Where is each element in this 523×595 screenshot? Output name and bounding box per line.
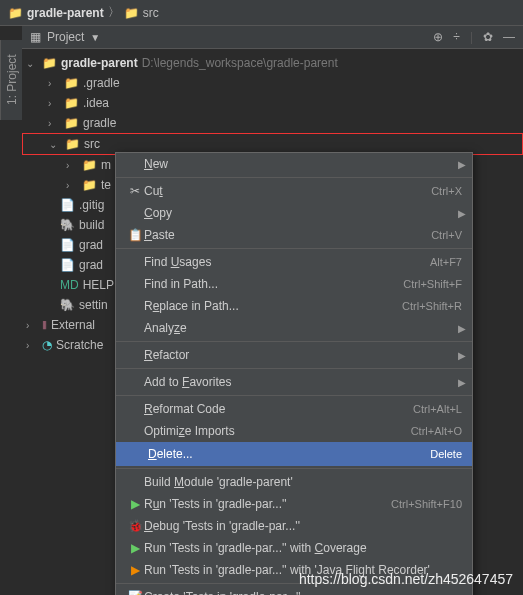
folder-icon: 📁 (82, 178, 97, 192)
file-icon: 🐘 (60, 298, 75, 312)
target-icon[interactable]: ⊕ (433, 30, 443, 44)
menu-analyze[interactable]: Analyze▶ (116, 317, 472, 339)
chevron-down-icon[interactable]: ⌄ (26, 58, 38, 69)
menu-find-in-path[interactable]: Find in Path...Ctrl+Shift+F (116, 273, 472, 295)
file-icon: 📄 (60, 238, 75, 252)
folder-icon: 📁 (124, 6, 139, 20)
chevron-right-icon: ▶ (458, 377, 466, 388)
file-icon: 📄 (60, 198, 75, 212)
chevron-right-icon: ▶ (458, 208, 466, 219)
tree-label: settin (79, 298, 108, 312)
menu-copy[interactable]: Copy▶ (116, 202, 472, 224)
chevron-down-icon[interactable]: ▼ (90, 32, 100, 43)
tree-label: gradle-parent (61, 56, 138, 70)
breadcrumb: 📁 gradle-parent 〉 📁 src (0, 0, 523, 26)
divider: | (470, 30, 473, 44)
menu-separator (116, 177, 472, 178)
tree-label: .gradle (83, 76, 120, 90)
file-icon: 📄 (60, 258, 75, 272)
tree-label: src (84, 137, 100, 151)
menu-debug[interactable]: 🐞Debug 'Tests in 'gradle-par...'' (116, 515, 472, 537)
menu-paste[interactable]: 📋PasteCtrl+V (116, 224, 472, 246)
tree-item[interactable]: ›📁.gradle (22, 73, 523, 93)
menu-separator (116, 368, 472, 369)
menu-separator (116, 248, 472, 249)
module-icon: 📁 (42, 56, 57, 70)
menu-coverage[interactable]: ▶Run 'Tests in 'gradle-par...'' with Cov… (116, 537, 472, 559)
cut-icon: ✂ (126, 184, 144, 198)
tree-label: .gitig (79, 198, 104, 212)
menu-delete[interactable]: Delete...Delete (116, 442, 472, 466)
breadcrumb-root[interactable]: gradle-parent (27, 6, 104, 20)
hide-icon[interactable]: — (503, 30, 515, 44)
run-icon: ▶ (126, 497, 144, 511)
watermark: https://blog.csdn.net/zh452647457 (299, 571, 513, 587)
folder-icon: 📁 (64, 76, 79, 90)
menu-create[interactable]: 📝Create 'Tests in 'gradle-par...''... (116, 586, 472, 595)
chevron-right-icon[interactable]: › (48, 98, 60, 109)
library-icon: ⦀ (42, 318, 47, 332)
side-tab-project[interactable]: 1: Project (0, 40, 22, 120)
toolbar-label[interactable]: Project (47, 30, 84, 44)
menu-optimize[interactable]: Optimize ImportsCtrl+Alt+O (116, 420, 472, 442)
chevron-right-icon[interactable]: › (66, 180, 78, 191)
folder-icon: 📁 (64, 116, 79, 130)
menu-replace-in-path[interactable]: Replace in Path...Ctrl+Shift+R (116, 295, 472, 317)
menu-favorites[interactable]: Add to Favorites▶ (116, 371, 472, 393)
chevron-right-icon: ▶ (458, 159, 466, 170)
create-icon: 📝 (126, 590, 144, 595)
folder-icon: 📁 (65, 137, 80, 151)
tree-path: D:\legends_workspace\gradle-parent (142, 56, 338, 70)
folder-icon: 📁 (82, 158, 97, 172)
tree-label: Scratche (56, 338, 103, 352)
project-icon: ▦ (30, 30, 41, 44)
context-menu: New▶ ✂CutCtrl+X Copy▶ 📋PasteCtrl+V Find … (115, 152, 473, 595)
tree-label: HELP (83, 278, 114, 292)
tree-label: grad (79, 238, 103, 252)
tree-item[interactable]: ›📁.idea (22, 93, 523, 113)
menu-refactor[interactable]: Refactor▶ (116, 344, 472, 366)
collapse-icon[interactable]: ÷ (453, 30, 460, 44)
folder-icon: 📁 (8, 6, 23, 20)
menu-cut[interactable]: ✂CutCtrl+X (116, 180, 472, 202)
tree-label: build (79, 218, 104, 232)
menu-build[interactable]: Build Module 'gradle-parent' (116, 471, 472, 493)
menu-separator (116, 395, 472, 396)
tree-label: m (101, 158, 111, 172)
menu-reformat[interactable]: Reformat CodeCtrl+Alt+L (116, 398, 472, 420)
chevron-right-icon: 〉 (108, 4, 120, 21)
breadcrumb-child[interactable]: src (143, 6, 159, 20)
tree-label: te (101, 178, 111, 192)
tree-label: grad (79, 258, 103, 272)
chevron-right-icon: ▶ (458, 350, 466, 361)
chevron-right-icon: ▶ (458, 323, 466, 334)
jfr-icon: ▶ (126, 563, 144, 577)
chevron-right-icon[interactable]: › (26, 320, 38, 331)
file-icon: MD (60, 278, 79, 292)
chevron-right-icon[interactable]: › (66, 160, 78, 171)
folder-icon: 📁 (64, 96, 79, 110)
chevron-down-icon[interactable]: ⌄ (49, 139, 61, 150)
menu-separator (116, 468, 472, 469)
scratch-icon: ◔ (42, 338, 52, 352)
gear-icon[interactable]: ✿ (483, 30, 493, 44)
tree-item[interactable]: ›📁gradle (22, 113, 523, 133)
tree-label: External (51, 318, 95, 332)
menu-find-usages[interactable]: Find UsagesAlt+F7 (116, 251, 472, 273)
project-toolbar: ▦ Project ▼ ⊕ ÷ | ✿ — (22, 26, 523, 49)
tree-label: gradle (83, 116, 116, 130)
paste-icon: 📋 (126, 228, 144, 242)
coverage-icon: ▶ (126, 541, 144, 555)
tree-label: .idea (83, 96, 109, 110)
chevron-right-icon[interactable]: › (48, 118, 60, 129)
tree-root[interactable]: ⌄ 📁 gradle-parent D:\legends_workspace\g… (22, 53, 523, 73)
menu-new[interactable]: New▶ (116, 153, 472, 175)
menu-separator (116, 341, 472, 342)
menu-run[interactable]: ▶Run 'Tests in 'gradle-par...''Ctrl+Shif… (116, 493, 472, 515)
debug-icon: 🐞 (126, 519, 144, 533)
chevron-right-icon[interactable]: › (48, 78, 60, 89)
file-icon: 🐘 (60, 218, 75, 232)
chevron-right-icon[interactable]: › (26, 340, 38, 351)
